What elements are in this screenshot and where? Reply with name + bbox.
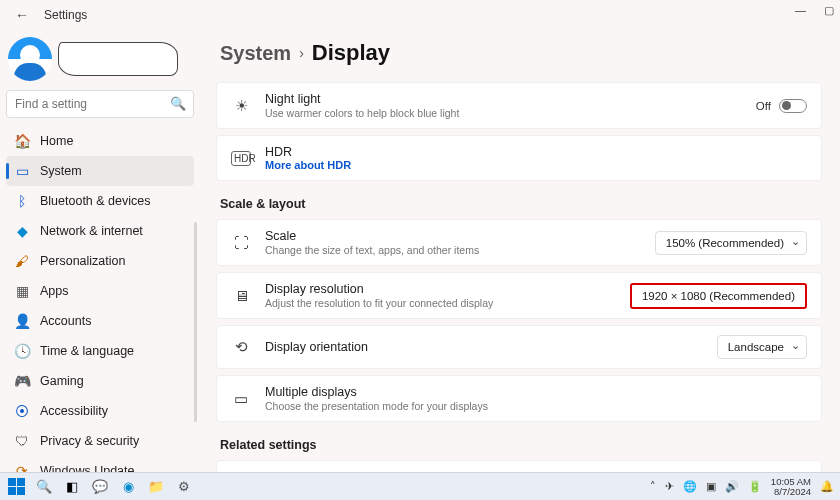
breadcrumb: System › Display [220, 40, 822, 66]
apps-icon: ▦ [14, 283, 30, 299]
orientation-dropdown[interactable]: Landscape [717, 335, 807, 359]
avatar[interactable] [8, 37, 52, 81]
sidebar-item-time[interactable]: 🕓Time & language [6, 336, 194, 366]
person-icon: 👤 [14, 313, 30, 329]
accessibility-icon: ⦿ [14, 403, 30, 419]
section-header: Scale & layout [220, 197, 822, 211]
tray-send-icon[interactable]: ✈ [665, 480, 674, 493]
sidebar-item-network[interactable]: ◆Network & internet [6, 216, 194, 246]
bluetooth-icon: ᛒ [14, 193, 30, 209]
minimize-button[interactable]: — [795, 4, 806, 17]
tray-volume-icon[interactable]: 🔊 [725, 480, 739, 493]
sidebar-item-label: Personalization [40, 254, 125, 268]
night-light-toggle[interactable] [779, 99, 807, 113]
row-sub: Change the size of text, apps, and other… [265, 244, 641, 256]
row-sub: Choose the presentation mode for your di… [265, 400, 807, 412]
search-icon: 🔍 [170, 96, 186, 111]
titlebar: ← Settings — ▢ [0, 0, 840, 30]
wifi-icon: ◆ [14, 223, 30, 239]
explorer-icon[interactable]: 📁 [146, 477, 166, 497]
tray-app-icon[interactable]: ▣ [706, 480, 716, 493]
breadcrumb-current: Display [312, 40, 390, 66]
taskbar: 🔍 ◧ 💬 ◉ 📁 ⚙ ˄ ✈ 🌐 ▣ 🔊 🔋 10:05 AM 8/7/202… [0, 472, 840, 500]
orientation-row[interactable]: ⟲ Display orientation Landscape [216, 325, 822, 369]
user-banner [58, 42, 178, 76]
resolution-dropdown[interactable]: 1920 × 1080 (Recommended) [630, 283, 807, 309]
monitor-icon: 🖥 [231, 287, 251, 304]
system-tray: ˄ ✈ 🌐 ▣ 🔊 🔋 10:05 AM 8/7/2024 🔔 [650, 477, 834, 496]
sidebar-item-system[interactable]: ▭System [6, 156, 194, 186]
orientation-icon: ⟲ [231, 338, 251, 356]
breadcrumb-parent[interactable]: System [220, 42, 291, 65]
task-view-icon[interactable]: ◧ [62, 477, 82, 497]
sidebar-item-personalization[interactable]: 🖌Personalization [6, 246, 194, 276]
brush-icon: 🖌 [14, 253, 30, 269]
clock[interactable]: 10:05 AM 8/7/2024 [771, 477, 811, 496]
sidebar-item-accessibility[interactable]: ⦿Accessibility [6, 396, 194, 426]
row-title: Night light [265, 92, 742, 106]
tray-battery-icon[interactable]: 🔋 [748, 480, 762, 493]
sidebar-item-label: Accounts [40, 314, 91, 328]
chevron-right-icon: › [299, 45, 304, 61]
row-sub: Use warmer colors to help block blue lig… [265, 107, 742, 119]
edge-icon[interactable]: ◉ [118, 477, 138, 497]
sidebar-item-gaming[interactable]: 🎮Gaming [6, 366, 194, 396]
multiple-displays-row[interactable]: ▭ Multiple displays Choose the presentat… [216, 375, 822, 422]
scale-icon: ⛶ [231, 234, 251, 251]
row-title: Display resolution [265, 282, 616, 296]
tray-date: 8/7/2024 [771, 487, 811, 497]
hdr-icon: HDR [231, 151, 251, 166]
hdr-link[interactable]: More about HDR [265, 159, 807, 171]
row-title: Scale [265, 229, 641, 243]
scrollbar[interactable] [194, 222, 197, 422]
sidebar-item-accounts[interactable]: 👤Accounts [6, 306, 194, 336]
notifications-icon[interactable]: 🔔 [820, 480, 834, 493]
section-header: Related settings [220, 438, 822, 452]
night-light-row[interactable]: ☀ Night light Use warmer colors to help … [216, 82, 822, 129]
sidebar-item-label: System [40, 164, 82, 178]
search-taskbar-icon[interactable]: 🔍 [34, 477, 54, 497]
back-button[interactable]: ← [10, 3, 34, 27]
row-sub: Adjust the resolution to fit your connec… [265, 297, 616, 309]
clock-icon: 🕓 [14, 343, 30, 359]
scale-dropdown[interactable]: 150% (Recommended) [655, 231, 807, 255]
sidebar-item-label: Accessibility [40, 404, 108, 418]
sun-icon: ☀ [231, 97, 251, 115]
sidebar-item-label: Privacy & security [40, 434, 139, 448]
row-title: HDR [265, 145, 807, 159]
sidebar-item-label: Apps [40, 284, 69, 298]
sidebar-item-apps[interactable]: ▦Apps [6, 276, 194, 306]
content-pane: System › Display ☀ Night light Use warme… [200, 30, 840, 472]
sidebar-item-privacy[interactable]: 🛡Privacy & security [6, 426, 194, 456]
home-icon: 🏠 [14, 133, 30, 149]
advanced-display-row[interactable]: ▭ Advanced display [216, 460, 822, 472]
sidebar-item-label: Network & internet [40, 224, 143, 238]
sidebar-item-label: Bluetooth & devices [40, 194, 151, 208]
row-title: Multiple displays [265, 385, 807, 399]
scale-row[interactable]: ⛶ Scale Change the size of text, apps, a… [216, 219, 822, 266]
gaming-icon: 🎮 [14, 373, 30, 389]
hdr-row[interactable]: HDR HDR More about HDR [216, 135, 822, 181]
sidebar-item-label: Gaming [40, 374, 84, 388]
settings-taskbar-icon[interactable]: ⚙ [174, 477, 194, 497]
nav-list: 🏠Home ▭System ᛒBluetooth & devices ◆Netw… [6, 126, 194, 486]
sidebar-item-label: Time & language [40, 344, 134, 358]
maximize-button[interactable]: ▢ [824, 4, 834, 17]
shield-icon: 🛡 [14, 433, 30, 449]
tray-chevron-icon[interactable]: ˄ [650, 480, 656, 493]
tray-globe-icon[interactable]: 🌐 [683, 480, 697, 493]
toggle-label: Off [756, 100, 771, 112]
row-title: Display orientation [265, 340, 703, 354]
system-icon: ▭ [14, 163, 30, 179]
search-input[interactable] [6, 90, 194, 118]
sidebar-item-bluetooth[interactable]: ᛒBluetooth & devices [6, 186, 194, 216]
displays-icon: ▭ [231, 390, 251, 408]
sidebar: 🔍 🏠Home ▭System ᛒBluetooth & devices ◆Ne… [0, 30, 200, 472]
sidebar-item-label: Home [40, 134, 73, 148]
chat-icon[interactable]: 💬 [90, 477, 110, 497]
start-button[interactable] [6, 477, 26, 497]
window-controls: — ▢ [795, 4, 834, 17]
window-title: Settings [44, 8, 87, 22]
resolution-row[interactable]: 🖥 Display resolution Adjust the resoluti… [216, 272, 822, 319]
sidebar-item-home[interactable]: 🏠Home [6, 126, 194, 156]
